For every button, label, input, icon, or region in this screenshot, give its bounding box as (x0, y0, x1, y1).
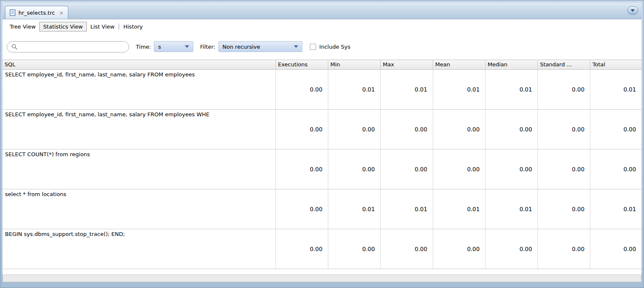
value-cell: 0.00 (486, 229, 538, 269)
table-row[interactable]: BEGIN sys.dbms_support.stop_trace(); END… (3, 229, 641, 269)
value-cell: 0.00 (381, 110, 433, 149)
value-cell: 0.00 (590, 229, 641, 269)
table-body: SELECT employee_id, first_name, last_nam… (3, 70, 641, 269)
sql-cell: SELECT COUNT(*) from regions (3, 149, 276, 189)
column-header-total[interactable]: Total (590, 60, 641, 69)
table-row[interactable]: SELECT employee_id, first_name, last_nam… (3, 70, 641, 110)
filter-label: Filter: (200, 44, 215, 50)
value-cell: 0.00 (590, 149, 641, 189)
column-header-min[interactable]: Min (328, 60, 381, 69)
table-row[interactable]: select * from locations 0.00 0.01 0.01 0… (3, 189, 641, 229)
value-cell: 0.00 (486, 110, 538, 149)
value-cell: 0.00 (328, 229, 381, 269)
value-cell: 0.00 (328, 149, 381, 189)
value-cell: 0.01 (433, 70, 486, 109)
column-header-standard[interactable]: Standard ... (538, 60, 590, 69)
table-row[interactable]: SELECT COUNT(*) from regions 0.00 0.00 0… (3, 149, 641, 189)
value-cell: 0.00 (328, 110, 381, 149)
sql-cell: SELECT employee_id, first_name, last_nam… (3, 110, 276, 149)
filter-dropdown[interactable]: Non recursive (218, 41, 302, 52)
statistics-table: SQL Executions Min Max Mean Median Stand… (3, 60, 641, 275)
statistics-toolbar: Time: s Filter: Non recursive Include Sy… (3, 34, 641, 60)
tab-close-icon[interactable] (59, 10, 64, 16)
value-cell: 0.00 (276, 110, 328, 149)
value-cell: 0.00 (538, 70, 590, 109)
bottom-panel (3, 275, 641, 282)
sql-cell: BEGIN sys.dbms_support.stop_trace(); END… (3, 229, 276, 269)
tab-history[interactable]: History (119, 22, 146, 31)
dropdown-arrow-icon (294, 45, 298, 48)
tab-separator (119, 24, 119, 30)
table-row[interactable]: SELECT employee_id, first_name, last_nam… (3, 110, 641, 149)
value-cell: 0.00 (590, 110, 641, 149)
search-icon (11, 44, 18, 50)
tab-statistics-view[interactable]: Statistics View (39, 22, 86, 31)
trace-file-icon (10, 9, 16, 16)
value-cell: 0.00 (276, 229, 328, 269)
tab-list-dropdown-button[interactable] (627, 6, 638, 15)
time-unit-value: s (158, 44, 182, 50)
value-cell: 0.00 (276, 149, 328, 189)
value-cell: 0.01 (328, 189, 381, 229)
search-input[interactable] (21, 44, 125, 50)
value-cell: 0.00 (381, 229, 433, 269)
value-cell: 0.00 (486, 149, 538, 189)
value-cell: 0.01 (486, 189, 538, 229)
tab-list-view[interactable]: List View (87, 22, 119, 31)
column-header-max[interactable]: Max (381, 60, 433, 69)
value-cell: 0.01 (381, 70, 433, 109)
time-label: Time: (136, 44, 151, 50)
value-cell: 0.01 (590, 189, 641, 229)
table-header-row: SQL Executions Min Max Mean Median Stand… (3, 60, 641, 70)
window-content: hr_selects.trc Tree View Statistics View… (3, 3, 641, 282)
value-cell: 0.01 (486, 70, 538, 109)
value-cell: 0.00 (381, 149, 433, 189)
column-header-sql[interactable]: SQL (3, 60, 276, 69)
include-sys-checkbox[interactable] (310, 44, 316, 50)
sql-cell: SELECT employee_id, first_name, last_nam… (3, 70, 276, 109)
value-cell: 0.00 (276, 189, 328, 229)
include-sys-label: Include Sys (319, 44, 351, 50)
sql-cell: select * from locations (3, 189, 276, 229)
time-unit-dropdown[interactable]: s (154, 41, 193, 52)
trace-viewer-window: hr_selects.trc Tree View Statistics View… (0, 0, 644, 288)
tab-tree-view[interactable]: Tree View (6, 22, 39, 31)
editor-tab-bar: hr_selects.trc (3, 3, 641, 19)
value-cell: 0.01 (433, 189, 486, 229)
value-cell: 0.00 (538, 110, 590, 149)
value-cell: 0.00 (538, 229, 590, 269)
value-cell: 0.00 (433, 149, 486, 189)
column-header-mean[interactable]: Mean (433, 60, 486, 69)
view-tab-bar: Tree View Statistics View List View Hist… (3, 19, 641, 34)
column-header-executions[interactable]: Executions (276, 60, 328, 69)
value-cell: 0.00 (433, 229, 486, 269)
chevron-down-icon (631, 9, 635, 12)
filter-value: Non recursive (223, 44, 291, 50)
dropdown-arrow-icon (185, 45, 189, 48)
value-cell: 0.01 (381, 189, 433, 229)
search-box[interactable] (7, 41, 129, 52)
value-cell: 0.00 (276, 70, 328, 109)
file-tab-hr-selects[interactable]: hr_selects.trc (5, 6, 68, 19)
value-cell: 0.00 (538, 189, 590, 229)
column-header-median[interactable]: Median (486, 60, 538, 69)
file-tab-label: hr_selects.trc (18, 10, 55, 16)
value-cell: 0.00 (433, 110, 486, 149)
value-cell: 0.01 (328, 70, 381, 109)
value-cell: 0.00 (538, 149, 590, 189)
value-cell: 0.01 (590, 70, 641, 109)
